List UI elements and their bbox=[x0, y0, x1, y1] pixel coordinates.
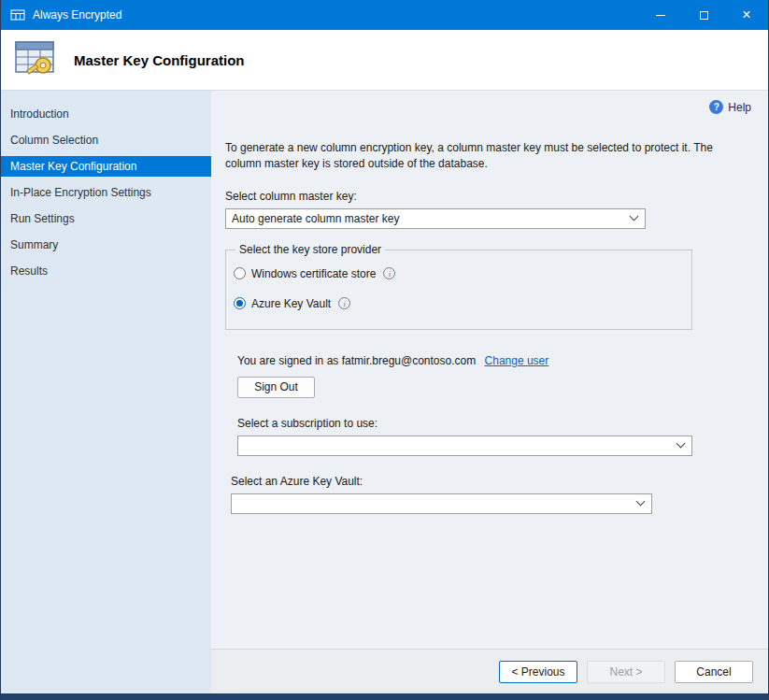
master-key-configuration-panel: Help To generate a new column encryption… bbox=[211, 91, 768, 649]
radio-windows-certificate-store-label: Windows certificate store bbox=[251, 267, 376, 280]
wizard-footer: < Previous Next > Cancel bbox=[211, 649, 768, 693]
table-key-icon bbox=[12, 40, 59, 79]
next-button[interactable]: Next > bbox=[587, 661, 665, 683]
chevron-down-icon bbox=[676, 439, 686, 449]
info-icon[interactable] bbox=[383, 267, 395, 279]
content-column: Help To generate a new column encryption… bbox=[211, 91, 768, 693]
help-link[interactable]: Help bbox=[225, 100, 751, 114]
minimize-button[interactable] bbox=[639, 0, 682, 30]
sidebar-item-in-place-encryption-settings[interactable]: In-Place Encryption Settings bbox=[1, 182, 211, 203]
subscription-label: Select a subscription to use: bbox=[237, 417, 751, 430]
intro-text: To generate a new column encryption key,… bbox=[225, 140, 748, 173]
titlebar[interactable]: Always Encrypted bbox=[1, 0, 768, 30]
maximize-button[interactable] bbox=[682, 0, 725, 30]
close-button[interactable] bbox=[725, 0, 768, 30]
key-store-provider-legend: Select the key store provider bbox=[235, 243, 385, 256]
sidebar-item-results[interactable]: Results bbox=[1, 261, 211, 281]
master-key-selected-value: Auto generate column master key bbox=[232, 212, 399, 225]
help-icon bbox=[709, 100, 723, 114]
wizard-header: Master Key Configuration bbox=[1, 30, 768, 91]
radio-azure-key-vault-label: Azure Key Vault bbox=[251, 297, 331, 310]
window-controls bbox=[639, 0, 768, 30]
sidebar-item-summary[interactable]: Summary bbox=[1, 235, 211, 255]
sidebar-item-column-selection[interactable]: Column Selection bbox=[1, 130, 211, 150]
sidebar-item-master-key-configuration[interactable]: Master Key Configuration bbox=[1, 156, 211, 177]
master-key-dropdown[interactable]: Auto generate column master key bbox=[225, 208, 646, 229]
info-icon[interactable] bbox=[338, 297, 350, 309]
sidebar-item-run-settings[interactable]: Run Settings bbox=[1, 208, 211, 229]
wizard-steps-sidebar: Introduction Column Selection Master Key… bbox=[1, 91, 211, 693]
signed-in-row: You are signed in as fatmir.bregu@contos… bbox=[237, 354, 751, 367]
master-key-label: Select column master key: bbox=[225, 190, 751, 203]
sidebar-item-introduction[interactable]: Introduction bbox=[1, 104, 211, 124]
radio-azure-key-vault[interactable]: Azure Key Vault bbox=[234, 297, 691, 310]
sign-out-button[interactable]: Sign Out bbox=[237, 377, 315, 398]
always-encrypted-window: Always Encrypted Master Key Configuratio… bbox=[0, 0, 769, 700]
cancel-button[interactable]: Cancel bbox=[675, 661, 753, 683]
minimize-icon bbox=[656, 15, 665, 16]
maximize-icon bbox=[700, 11, 708, 20]
previous-button[interactable]: < Previous bbox=[499, 661, 577, 683]
chevron-down-icon bbox=[636, 497, 646, 507]
change-user-link[interactable]: Change user bbox=[485, 354, 549, 367]
help-label: Help bbox=[728, 101, 751, 114]
signed-in-text: You are signed in as fatmir.bregu@contos… bbox=[237, 354, 476, 367]
app-icon bbox=[10, 7, 25, 22]
vault-dropdown[interactable] bbox=[231, 493, 652, 514]
key-store-provider-group: Select the key store provider Windows ce… bbox=[225, 250, 692, 330]
window-title: Always Encrypted bbox=[33, 8, 121, 21]
wizard-body: Introduction Column Selection Master Key… bbox=[1, 91, 768, 693]
chevron-down-icon bbox=[630, 212, 639, 221]
subscription-dropdown[interactable] bbox=[237, 436, 692, 456]
page-title: Master Key Configuration bbox=[74, 52, 245, 68]
close-icon bbox=[742, 7, 750, 22]
radio-windows-certificate-store[interactable]: Windows certificate store bbox=[234, 267, 691, 280]
vault-label: Select an Azure Key Vault: bbox=[231, 475, 751, 488]
radio-selected-icon bbox=[234, 297, 246, 309]
radio-unselected-icon bbox=[234, 267, 246, 279]
